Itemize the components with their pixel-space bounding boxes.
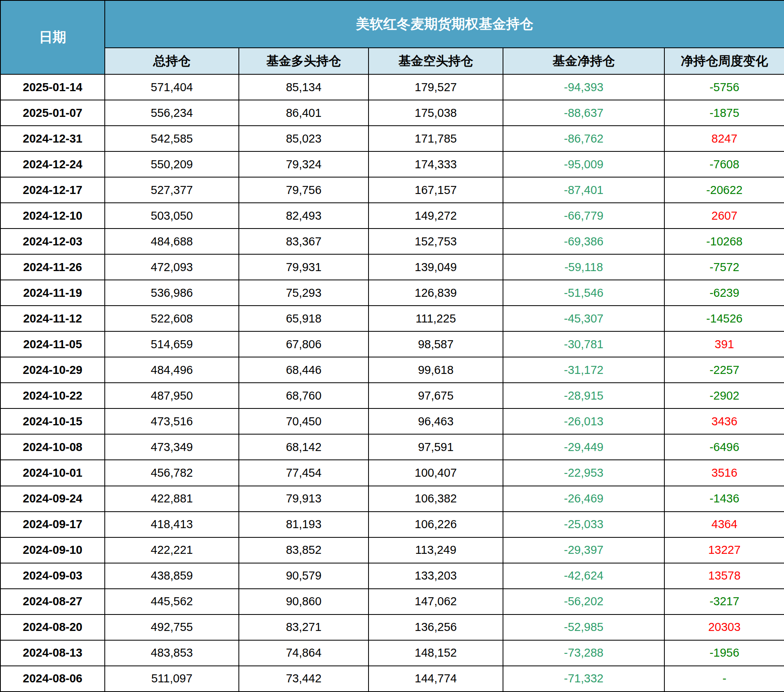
date-cell: 2024-11-26	[0, 254, 105, 280]
table-title: 美软红冬麦期货期权基金持仓	[105, 0, 784, 48]
date-cell: 2024-11-19	[0, 280, 105, 306]
table-row: 2024-10-15473,51670,45096,463-26,0133436	[0, 408, 784, 434]
table-row: 2024-12-24550,20979,324174,333-95,009-76…	[0, 151, 784, 177]
net-cell: -66,779	[503, 203, 664, 229]
long-cell: 83,367	[239, 229, 369, 254]
net-cell: -87,401	[503, 177, 664, 203]
long-cell: 90,860	[239, 589, 369, 614]
total-cell: 492,755	[105, 614, 239, 640]
date-cell: 2025-01-07	[0, 100, 105, 126]
date-cell: 2024-10-01	[0, 460, 105, 486]
change-cell: -2902	[664, 383, 784, 408]
change-cell: -3217	[664, 589, 784, 614]
net-cell: -52,985	[503, 614, 664, 640]
table-row: 2024-10-01456,78277,454100,407-22,953351…	[0, 460, 784, 486]
change-cell: -1436	[664, 486, 784, 512]
net-cell: -29,449	[503, 434, 664, 460]
table-body: 2025-01-14571,40485,134179,527-94,393-57…	[0, 74, 784, 692]
date-cell: 2024-11-12	[0, 306, 105, 331]
net-cell: -45,307	[503, 306, 664, 331]
table-row: 2024-11-26472,09379,931139,049-59,118-75…	[0, 254, 784, 280]
net-cell: -28,915	[503, 383, 664, 408]
long-cell: 82,493	[239, 203, 369, 229]
short-cell: 136,256	[369, 614, 503, 640]
change-cell: -	[664, 666, 784, 692]
total-cell: 472,093	[105, 254, 239, 280]
table-row: 2024-08-13483,85374,864148,152-73,288-19…	[0, 640, 784, 666]
short-cell: 148,152	[369, 640, 503, 666]
date-cell: 2024-09-10	[0, 537, 105, 563]
table-row: 2024-11-05514,65967,80698,587-30,781391	[0, 331, 784, 357]
table-row: 2024-09-10422,22183,852113,249-29,397132…	[0, 537, 784, 563]
short-cell: 98,587	[369, 331, 503, 357]
short-cell: 133,203	[369, 563, 503, 589]
total-cell: 556,234	[105, 100, 239, 126]
total-cell: 511,097	[105, 666, 239, 692]
table-row: 2024-11-12522,60865,918111,225-45,307-14…	[0, 306, 784, 331]
net-cell: -59,118	[503, 254, 664, 280]
net-cell: -29,397	[503, 537, 664, 563]
long-cell: 67,806	[239, 331, 369, 357]
column-header-1: 总持仓	[105, 48, 239, 74]
table-row: 2024-10-29484,49668,44699,618-31,172-225…	[0, 357, 784, 383]
table-row: 2024-12-10503,05082,493149,272-66,779260…	[0, 203, 784, 229]
date-cell: 2024-08-06	[0, 666, 105, 692]
date-cell: 2024-12-24	[0, 151, 105, 177]
net-cell: -73,288	[503, 640, 664, 666]
date-column-header: 日期	[0, 0, 105, 74]
table-row: 2024-09-17418,41381,193106,226-25,033436…	[0, 512, 784, 537]
date-cell: 2024-12-10	[0, 203, 105, 229]
change-cell: 13227	[664, 537, 784, 563]
table-row: 2024-11-19536,98675,293126,839-51,546-62…	[0, 280, 784, 306]
short-cell: 99,618	[369, 357, 503, 383]
short-cell: 106,226	[369, 512, 503, 537]
change-cell: -20622	[664, 177, 784, 203]
date-cell: 2024-09-24	[0, 486, 105, 512]
table-row: 2024-09-03438,85990,579133,203-42,624135…	[0, 563, 784, 589]
change-cell: -6496	[664, 434, 784, 460]
change-cell: 4364	[664, 512, 784, 537]
long-cell: 83,852	[239, 537, 369, 563]
short-cell: 96,463	[369, 408, 503, 434]
column-header-2: 基金多头持仓	[239, 48, 369, 74]
total-cell: 473,349	[105, 434, 239, 460]
total-cell: 536,986	[105, 280, 239, 306]
long-cell: 77,454	[239, 460, 369, 486]
short-cell: 171,785	[369, 126, 503, 151]
net-cell: -86,762	[503, 126, 664, 151]
long-cell: 85,134	[239, 74, 369, 100]
short-cell: 167,157	[369, 177, 503, 203]
date-cell: 2024-10-08	[0, 434, 105, 460]
change-cell: -7608	[664, 151, 784, 177]
total-cell: 550,209	[105, 151, 239, 177]
table-row: 2024-10-22487,95068,76097,675-28,915-290…	[0, 383, 784, 408]
table-row: 2024-08-27445,56290,860147,062-56,202-32…	[0, 589, 784, 614]
short-cell: 126,839	[369, 280, 503, 306]
table-row: 2024-12-17527,37779,756167,157-87,401-20…	[0, 177, 784, 203]
date-cell: 2024-08-20	[0, 614, 105, 640]
short-cell: 149,272	[369, 203, 503, 229]
table-row: 2024-09-24422,88179,913106,382-26,469-14…	[0, 486, 784, 512]
short-cell: 147,062	[369, 589, 503, 614]
net-cell: -22,953	[503, 460, 664, 486]
column-header-5: 净持仓周度变化	[664, 48, 784, 74]
total-cell: 422,881	[105, 486, 239, 512]
positions-sheet: 日期 美软红冬麦期货期权基金持仓 总持仓基金多头持仓基金空头持仓基金净持仓净持仓…	[0, 0, 784, 692]
long-cell: 81,193	[239, 512, 369, 537]
long-cell: 79,931	[239, 254, 369, 280]
positions-table: 日期 美软红冬麦期货期权基金持仓 总持仓基金多头持仓基金空头持仓基金净持仓净持仓…	[0, 0, 784, 692]
table-row: 2024-12-03484,68883,367152,753-69,386-10…	[0, 229, 784, 254]
net-cell: -88,637	[503, 100, 664, 126]
long-cell: 68,760	[239, 383, 369, 408]
total-cell: 484,496	[105, 357, 239, 383]
short-cell: 97,591	[369, 434, 503, 460]
table-row: 2025-01-07556,23486,401175,038-88,637-18…	[0, 100, 784, 126]
date-cell: 2024-08-13	[0, 640, 105, 666]
total-cell: 571,404	[105, 74, 239, 100]
long-cell: 65,918	[239, 306, 369, 331]
long-cell: 83,271	[239, 614, 369, 640]
change-cell: -10268	[664, 229, 784, 254]
change-cell: 20303	[664, 614, 784, 640]
short-cell: 111,225	[369, 306, 503, 331]
change-cell: 13578	[664, 563, 784, 589]
